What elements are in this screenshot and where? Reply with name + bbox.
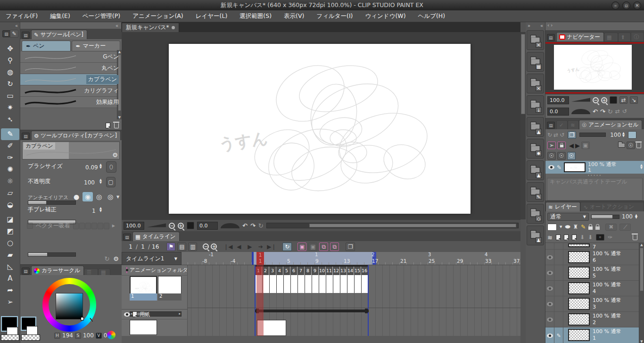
layer-row[interactable]: 100 % 通常4 [545, 281, 639, 296]
draw-target-icon[interactable] [554, 250, 563, 265]
lock-alpha-icon[interactable] [595, 226, 600, 230]
subtool-item[interactable]: Gペン [20, 51, 122, 63]
frame-cell[interactable]: 3 [269, 267, 276, 275]
navigator-tab[interactable]: ナビゲーター [556, 32, 604, 42]
subtool-tab[interactable]: ✎ サブツール[ペン] [31, 30, 87, 39]
layer-opacity-slider[interactable] [591, 215, 619, 219]
object-tool[interactable]: ➢ [0, 296, 20, 308]
sv-cursor[interactable] [81, 317, 84, 320]
clip-sphere-icon[interactable] [107, 331, 116, 339]
eye-icon[interactable] [545, 281, 554, 296]
timeline-zoom-in-icon[interactable]: + [211, 243, 217, 250]
fit-icon[interactable] [610, 96, 617, 104]
airbrush-tool[interactable]: ✺ [0, 164, 20, 176]
layer-color-swatch[interactable] [547, 224, 557, 231]
subview-tab[interactable]: ▦ [604, 33, 618, 42]
navigator-zoom-value[interactable]: 100.0 [547, 96, 569, 104]
go-last-frame-icon[interactable]: ▶❘ [267, 243, 276, 251]
menu-item[interactable]: ファイル(F) [6, 12, 38, 20]
menu-item[interactable]: アニメーション(A) [132, 12, 183, 20]
canvas[interactable]: うすん [169, 44, 471, 214]
open-folder-icon[interactable] [618, 143, 625, 148]
canvas-h-scrollbar[interactable] [266, 223, 519, 228]
undo-icon[interactable]: ↺ [560, 132, 564, 138]
menu-item[interactable]: 選択範囲(S) [239, 12, 272, 20]
mask-toggle-icon[interactable]: ✑ [608, 234, 612, 241]
cel-scroll-spinner[interactable]: ▲▼ [640, 164, 643, 169]
material-folder-3d[interactable]: ◇ [527, 204, 544, 224]
move-tool[interactable]: ✥ [0, 43, 20, 55]
new-cel-icon[interactable]: ▣ [581, 142, 590, 149]
ruler-tool[interactable]: ◺ [0, 261, 20, 273]
material-folder-download[interactable]: ↓ [527, 95, 544, 115]
text-tool[interactable]: A [0, 273, 20, 284]
vector-snap-more-icon[interactable]: ▶ [112, 224, 115, 228]
pages-icon[interactable]: ❐ [568, 131, 576, 139]
blend-mode-select[interactable]: 通常 ▼ [547, 213, 589, 221]
eye-icon[interactable] [545, 296, 554, 311]
tool-property-tab[interactable]: ⚙ ツールプロパティ[カブラペン] [31, 131, 121, 140]
eye-icon[interactable] [545, 327, 554, 343]
timeline-zoom-out-icon[interactable]: − [203, 243, 209, 250]
eye-icon[interactable] [545, 312, 554, 327]
brush-size-unit-icon[interactable]: ⬯ [106, 161, 116, 173]
reset-icon[interactable]: ↻ [547, 132, 552, 138]
material-folder-picture[interactable]: ▲ [527, 160, 544, 180]
layer-tab[interactable]: ≋ レイヤー [545, 202, 580, 211]
eye-icon[interactable] [545, 243, 554, 249]
blend-tool[interactable]: ◒ [0, 199, 20, 211]
canvas-zoom-value[interactable]: 100.0 [124, 222, 144, 230]
timeline-tab[interactable]: ▦ タイムライン [132, 232, 180, 241]
scroll-down-icon[interactable]: ▼ [639, 340, 644, 343]
draw-target-icon[interactable] [554, 265, 563, 280]
pen-tool[interactable]: ✎ [1, 128, 19, 140]
timeline-grid[interactable]: 12345678910111213141516 [188, 265, 520, 336]
animation-cel-tab[interactable]: ☉ アニメーションセル [579, 120, 642, 129]
frame-cell[interactable]: 6 [290, 267, 297, 275]
draw-target-icon[interactable]: ✎ [554, 327, 563, 343]
cel-label[interactable]: 2 [158, 293, 182, 301]
stabilization-slider[interactable] [28, 252, 76, 257]
sub-color-swatch[interactable] [26, 326, 38, 335]
onion-skin-settings-icon[interactable]: ▣ [308, 243, 317, 251]
transparent-color-swatch[interactable] [1, 335, 19, 341]
eye-icon[interactable] [124, 312, 130, 317]
zoom-out-icon[interactable]: − [593, 97, 599, 103]
frame-cell[interactable]: 11 [326, 267, 333, 275]
tool-palette-menu-icon[interactable]: ▤ [2, 30, 10, 37]
lock-icon[interactable] [588, 226, 593, 230]
material-folder-close[interactable]: ✕ [527, 74, 544, 93]
current-cel-row[interactable]: ✎ 100 % 通常 1 ▲▼ [545, 161, 644, 174]
layer-row[interactable]: 7 [545, 243, 639, 250]
select-cel-icon[interactable]: ➢ [547, 142, 556, 149]
material-folder-effect[interactable]: ✸ [527, 139, 544, 159]
close-button[interactable]: ✕ [633, 1, 641, 9]
operation-tool[interactable]: ◍ [0, 67, 20, 78]
figure-tool[interactable]: ○ [0, 237, 20, 249]
frame-cell[interactable]: 15 [354, 267, 361, 275]
flip-icon[interactable]: ⇄ [553, 132, 558, 138]
bulb-cel-icon[interactable]: ☉ [567, 152, 576, 160]
opacity-spinner[interactable]: ▲▼ [99, 179, 102, 184]
subtool-item[interactable]: 丸ペン [20, 63, 122, 74]
paper-clip-bar[interactable] [255, 310, 369, 312]
ruler-range-icon[interactable]: ⟋ [619, 224, 631, 231]
frame-cell[interactable]: 16 [361, 267, 368, 275]
prev-frame-icon[interactable]: ◀ [234, 243, 243, 251]
brush-size-spinner[interactable]: ▲▼ [99, 164, 102, 169]
collapse-left-panels-icon[interactable]: « [116, 23, 118, 28]
frame-cell[interactable]: 9 [312, 267, 319, 275]
canvas-rotate-slider[interactable] [221, 223, 239, 228]
reset-rotation-icon[interactable]: ↻ [258, 222, 264, 229]
onion-skin-icon[interactable]: ▣ [297, 243, 306, 251]
paper-track-header[interactable]: 用紙 [122, 309, 188, 319]
minimize-button[interactable]: – [611, 1, 619, 9]
material-folder-monochrome[interactable]: ▲ [527, 117, 544, 137]
chevron-down-icon[interactable]: ▼ [560, 225, 562, 229]
menu-item[interactable]: 表示(V) [284, 12, 304, 20]
cel-opacity-spinner[interactable]: ▲▼ [622, 132, 625, 137]
prev-cel-icon[interactable]: ◀ [569, 142, 574, 149]
line-correction-tool[interactable]: ➦ [0, 284, 20, 296]
subtool-item[interactable]: 効果線用 [20, 97, 122, 108]
cel-label[interactable]: 1 [130, 293, 157, 301]
